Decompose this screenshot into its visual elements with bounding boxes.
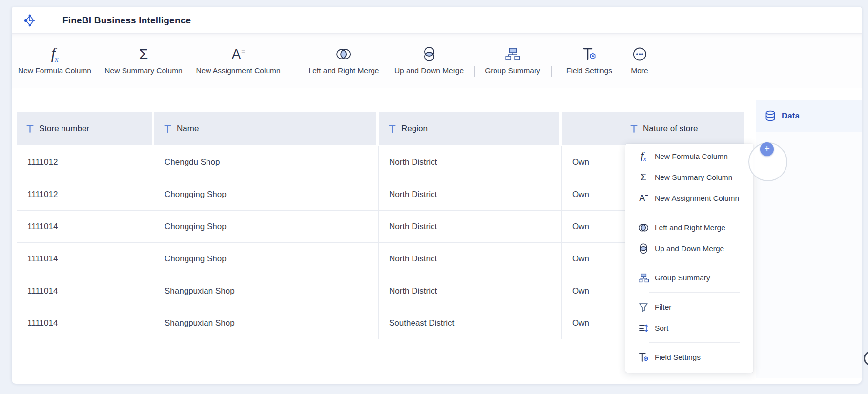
menu-item-label: Field Settings <box>655 353 701 362</box>
menu-item-sort[interactable]: Sort <box>625 317 753 338</box>
menu-item-label: Up and Down Merge <box>655 244 724 253</box>
field-settings-icon <box>566 43 612 65</box>
column-header-label: Name <box>177 124 199 134</box>
formula-icon: fx <box>18 43 91 65</box>
menu-separator <box>649 213 740 213</box>
menu-item-label: New Summary Column <box>655 173 732 182</box>
menu-item-label: New Formula Column <box>655 152 728 161</box>
menu-item-left-right-merge[interactable]: Left and Right Merge <box>625 217 753 238</box>
group-summary-icon <box>638 272 649 284</box>
assignment-icon: A= <box>196 43 280 65</box>
column-header-region[interactable]: Region <box>379 112 559 145</box>
table-cell[interactable]: North District <box>379 211 562 242</box>
toolbar-up-down-merge[interactable]: Up and Down Merge <box>394 43 464 75</box>
app-window: FineBI Business Intelligence fx New Form… <box>11 7 862 384</box>
group-summary-icon <box>485 43 540 65</box>
add-data-button[interactable]: + <box>760 142 774 156</box>
more-icon <box>631 43 648 65</box>
table-header-row: Store number Name Region <box>17 112 744 145</box>
column-header-nature-of-store[interactable]: Nature of store <box>562 112 744 145</box>
table-cell[interactable]: 1111014 <box>17 243 154 275</box>
text-field-icon <box>389 125 396 133</box>
table-cell[interactable]: North District <box>379 178 562 210</box>
sort-icon <box>638 322 649 334</box>
toolbar-label: New Formula Column <box>18 66 91 75</box>
up-down-merge-icon <box>638 243 649 255</box>
toolbar-label: New Summary Column <box>104 66 182 75</box>
menu-item-filter[interactable]: Filter <box>625 296 753 317</box>
table-cell[interactable]: Chongqing Shop <box>154 178 379 210</box>
toolbar-more[interactable]: More <box>631 43 648 75</box>
toolbar-separator <box>292 66 292 77</box>
left-right-merge-icon <box>309 43 379 65</box>
menu-item-new-assignment-column[interactable]: A= New Assignment Column <box>625 188 753 209</box>
toolbar-new-assignment-column[interactable]: A= New Assignment Column <box>196 43 280 75</box>
edge-handle[interactable] <box>864 351 868 366</box>
column-header-label: Nature of store <box>643 124 698 134</box>
data-panel-title: Data <box>782 111 800 121</box>
formula-icon: fx <box>638 151 649 162</box>
data-panel: Data <box>756 100 862 378</box>
table-cell[interactable]: 1111014 <box>17 211 154 242</box>
assignment-icon: A= <box>638 193 649 204</box>
menu-item-new-summary-column[interactable]: Σ New Summary Column <box>625 167 753 188</box>
toolbar: fx New Formula Column Σ New Summary Colu… <box>12 34 862 88</box>
column-header-store-number[interactable]: Store number <box>17 112 152 145</box>
table-cell[interactable]: Shangpuxian Shop <box>154 307 379 339</box>
toolbar-label: Field Settings <box>566 66 612 75</box>
toolbar-left-right-merge[interactable]: Left and Right Merge <box>309 43 379 75</box>
toolbar-label: Up and Down Merge <box>394 66 464 75</box>
menu-item-new-formula-column[interactable]: fx New Formula Column <box>625 146 753 167</box>
table-cell[interactable]: Shangpuxian Shop <box>154 275 379 307</box>
menu-item-label: New Assignment Column <box>655 194 739 203</box>
table-cell[interactable]: Chongqing Shop <box>154 211 379 242</box>
toolbar-separator <box>474 66 475 77</box>
toolbar-new-summary-column[interactable]: Σ New Summary Column <box>104 43 182 75</box>
menu-item-label: Group Summary <box>655 274 710 282</box>
field-settings-icon <box>638 352 649 363</box>
table-cell[interactable]: 1111012 <box>17 146 154 178</box>
menu-item-label: Sort <box>655 324 668 333</box>
sigma-icon: Σ <box>104 43 182 65</box>
toolbar-new-formula-column[interactable]: fx New Formula Column <box>18 43 91 75</box>
text-field-icon <box>630 125 638 133</box>
menu-item-group-summary[interactable]: Group Summary <box>625 267 753 288</box>
table-cell[interactable]: Chengdu Shop <box>154 146 379 178</box>
finebi-logo-icon <box>22 13 37 28</box>
menu-separator <box>649 292 740 293</box>
menu-separator <box>649 263 740 263</box>
data-panel-header: Data <box>756 100 862 132</box>
left-right-merge-icon <box>638 222 649 234</box>
app-title: FineBI Business Intelligence <box>62 15 191 26</box>
table-cell[interactable]: North District <box>379 146 562 178</box>
sigma-icon: Σ <box>638 172 649 183</box>
menu-item-up-down-merge[interactable]: Up and Down Merge <box>625 238 753 259</box>
toolbar-separator <box>617 66 617 77</box>
toolbar-label: More <box>631 66 648 75</box>
table-cell[interactable]: 1111014 <box>17 275 154 307</box>
column-header-name[interactable]: Name <box>154 112 376 145</box>
menu-item-field-settings[interactable]: Field Settings <box>625 347 753 368</box>
toolbar-field-settings[interactable]: Field Settings <box>566 43 612 75</box>
filter-icon <box>638 301 649 313</box>
column-header-label: Region <box>401 124 428 134</box>
database-icon <box>765 110 776 122</box>
table-cell[interactable]: North District <box>379 243 562 275</box>
table-cell[interactable]: Southeast District <box>379 307 562 339</box>
column-header-label: Store number <box>39 124 89 134</box>
menu-item-label: Left and Right Merge <box>655 223 725 232</box>
table-cell[interactable]: Chongqing Shop <box>154 243 379 275</box>
table-cell[interactable]: 1111014 <box>17 307 154 339</box>
toolbar-separator <box>551 66 552 77</box>
table-cell[interactable]: 1111012 <box>17 178 154 210</box>
toolbar-label: New Assignment Column <box>196 66 280 75</box>
menu-item-label: Filter <box>655 303 671 312</box>
app-header: FineBI Business Intelligence <box>12 7 862 34</box>
text-field-icon <box>164 125 171 133</box>
toolbar-label: Group Summary <box>485 66 540 75</box>
text-field-icon <box>26 125 34 133</box>
toolbar-group-summary[interactable]: Group Summary <box>485 43 540 75</box>
canvas: Data Store number <box>12 88 862 384</box>
table-cell[interactable]: North District <box>379 275 562 307</box>
menu-separator <box>649 342 740 343</box>
